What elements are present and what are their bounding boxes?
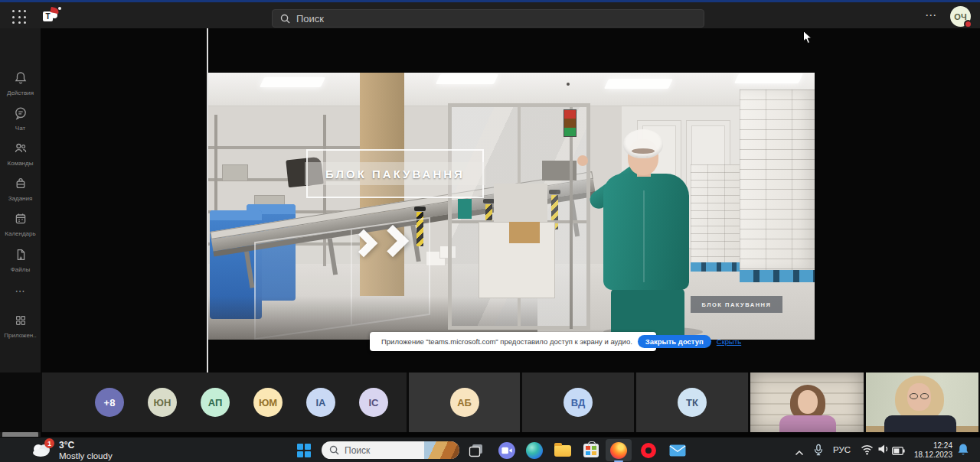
- presenter-hairline: [632, 148, 655, 154]
- participant-avatar[interactable]: ІС: [359, 388, 388, 417]
- people-icon: [13, 141, 28, 156]
- participant-camera-tile[interactable]: [750, 373, 864, 432]
- weather-condition: Mostly cloudy: [59, 451, 113, 461]
- participant-avatar[interactable]: АП: [201, 388, 230, 417]
- meeting-stage: БЛОК ПАКУВАННЯ БЛОК ПАКУВАННЯ Приложение…: [41, 28, 980, 373]
- search-icon: [329, 445, 339, 455]
- participants-group-tile[interactable]: +8 ЮН АП ЮМ ІА ІС: [42, 373, 407, 432]
- participant-avatar[interactable]: ЮМ: [253, 388, 283, 417]
- start-button[interactable]: [297, 444, 311, 457]
- teams-logo-icon: T: [43, 8, 61, 24]
- video-caption-text: БЛОК ПАКУВАННЯ: [305, 162, 485, 185]
- file-explorer-icon[interactable]: [554, 442, 571, 459]
- search-highlight-image: [424, 441, 459, 459]
- participant-avatar[interactable]: ВД: [564, 388, 593, 417]
- bell-icon: [13, 70, 28, 86]
- participant-tile[interactable]: АБ: [409, 373, 520, 432]
- scene-pallet-near: [740, 270, 815, 282]
- mail-app-icon[interactable]: [669, 442, 686, 459]
- sidebar-item-teams[interactable]: Команды: [0, 141, 41, 167]
- apps-grid-icon: [13, 313, 28, 328]
- files-icon: [13, 247, 28, 262]
- tray-clock[interactable]: 12:24 18.12.2023: [906, 441, 952, 460]
- glasses: [910, 393, 918, 399]
- edge-browser-icon[interactable]: [526, 442, 543, 459]
- taskbar-search-placeholder: Поиск: [345, 445, 370, 456]
- search-placeholder: Поиск: [296, 13, 324, 24]
- mouse-cursor: [802, 30, 813, 45]
- sidebar-item-apps[interactable]: Приложен..: [0, 313, 41, 339]
- shared-screen-video: БЛОК ПАКУВАННЯ БЛОК ПАКУВАННЯ: [208, 73, 815, 340]
- presenter-hairnet: [623, 129, 663, 158]
- sidebar-item-assignments[interactable]: Задания: [0, 176, 41, 202]
- participant-avatar[interactable]: ЮН: [148, 388, 177, 417]
- scene-signal-pole: [570, 107, 573, 329]
- video-watermark-label: БЛОК ПАКУВАННЯ: [691, 296, 782, 313]
- tray-show-hidden-icons[interactable]: [795, 445, 804, 459]
- video-caption-box: БЛОК ПАКУВАННЯ: [306, 149, 484, 198]
- tray-microphone-icon[interactable]: [813, 443, 824, 460]
- sidebar-more-apps-icon[interactable]: ⋯: [0, 285, 41, 297]
- profile-initials: ОЧ: [954, 12, 966, 21]
- tray-battery-icon[interactable]: [892, 444, 905, 458]
- briefcase-icon: [13, 176, 28, 191]
- participant-avatar[interactable]: АБ: [450, 388, 479, 417]
- teams-search-input[interactable]: Поиск: [272, 9, 704, 28]
- tray-volume-icon[interactable]: [877, 444, 890, 457]
- scene-signal-light: [564, 109, 577, 137]
- participants-strip: +8 ЮН АП ЮМ ІА ІС АБ ВД ТК: [0, 373, 980, 432]
- taskbar-search-input[interactable]: Поиск: [322, 441, 459, 459]
- weather-alert-badge: 1: [44, 438, 54, 448]
- sidebar-item-chat[interactable]: Чат: [0, 106, 41, 132]
- app-launcher-waffle-icon[interactable]: [12, 10, 27, 24]
- participant-avatar[interactable]: ІА: [306, 388, 335, 417]
- hide-notification-link[interactable]: Скрыть: [717, 337, 741, 346]
- task-view-button[interactable]: [468, 442, 485, 459]
- tray-wifi-icon[interactable]: [861, 444, 874, 458]
- participant-avatar[interactable]: ТК: [678, 388, 707, 417]
- weather-temperature: 3°C: [59, 441, 113, 451]
- stop-sharing-button[interactable]: Закрыть доступ: [638, 335, 711, 348]
- taskbar-weather-widget[interactable]: 1 3°C Mostly cloudy: [31, 441, 113, 461]
- presenter-hand: [577, 155, 588, 166]
- topbar-more-options-icon[interactable]: ⋯: [925, 8, 938, 22]
- firefox-browser-icon[interactable]: [610, 442, 627, 459]
- sidebar-item-activity[interactable]: Действия: [0, 70, 41, 96]
- camera-person: [790, 385, 825, 420]
- tray-time: 12:24: [933, 441, 952, 451]
- teams-top-bar: T Поиск ⋯ ОЧ: [0, 2, 980, 28]
- screen-share-notification: Приложение "teams.microsoft.com" предост…: [370, 332, 656, 351]
- opera-browser-icon[interactable]: [640, 442, 657, 459]
- calendar-icon: [13, 211, 28, 226]
- windows-taskbar: 1 3°C Mostly cloudy Поиск: [0, 437, 980, 462]
- tray-date: 18.12.2023: [914, 451, 952, 460]
- scene-pallet-far: [691, 262, 740, 272]
- participant-tile[interactable]: ТК: [636, 373, 748, 432]
- scene-ceiling: [208, 73, 815, 106]
- participant-camera-tile[interactable]: [866, 373, 978, 432]
- teams-meet-app-icon[interactable]: [498, 442, 515, 459]
- sidebar-item-calendar[interactable]: Календарь: [0, 211, 41, 237]
- scene-box-stack-near: [740, 89, 815, 270]
- share-notification-text: Приложение "teams.microsoft.com" предост…: [381, 337, 632, 346]
- search-icon: [280, 14, 290, 24]
- scene-box-stack-far: [691, 164, 740, 262]
- profile-avatar[interactable]: ОЧ: [950, 6, 971, 27]
- participant-avatar-overflow[interactable]: +8: [95, 388, 124, 417]
- chat-icon: [13, 106, 28, 121]
- participant-tile[interactable]: ВД: [522, 373, 634, 432]
- tray-language-indicator[interactable]: РУС: [833, 445, 851, 454]
- sidebar-item-files[interactable]: Файлы: [0, 247, 41, 273]
- microsoft-store-icon[interactable]: [583, 442, 599, 459]
- teams-meeting-screen: T Поиск ⋯ ОЧ Действия: [0, 0, 980, 462]
- tray-notifications-bell-icon[interactable]: [957, 443, 969, 460]
- presence-busy-indicator: [964, 20, 972, 28]
- presenter-torso: [603, 174, 689, 290]
